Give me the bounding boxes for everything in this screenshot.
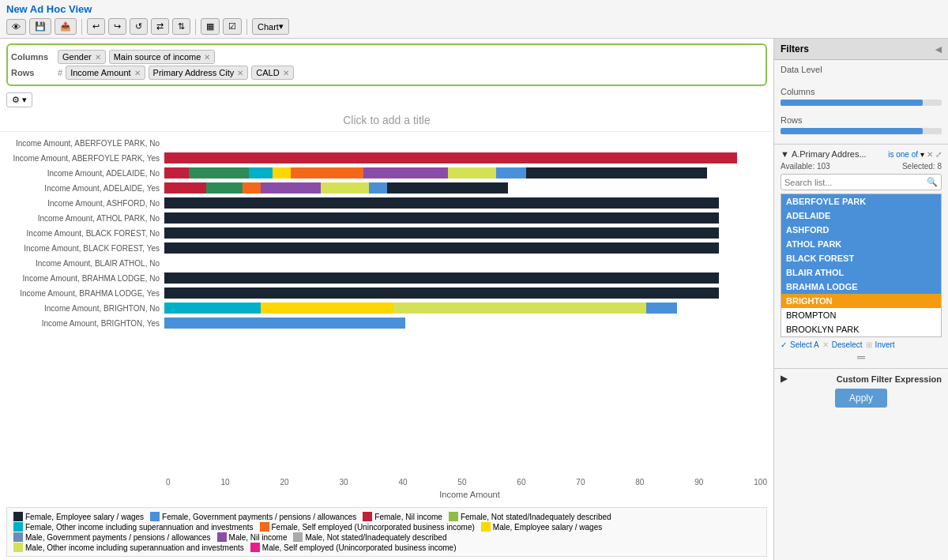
income-amount-tag-label: Income Amount xyxy=(70,68,130,77)
chart-inner: Income Amount, ABERFOYLE PARK, NoIncome … xyxy=(0,135,773,476)
legend-label: Female, Other income including superannu… xyxy=(25,523,254,532)
filter-list-item[interactable]: BRIGHTON xyxy=(781,294,941,308)
cald-remove-icon[interactable]: ✕ xyxy=(283,69,289,77)
bar-row: Income Amount, BLACK FOREST, No xyxy=(6,226,767,240)
custom-filter-header[interactable]: ▶ Custom Filter Expression xyxy=(781,374,942,384)
bar-row-bar xyxy=(164,288,767,299)
grid-button[interactable]: ▦ xyxy=(201,18,220,35)
filter-list-item[interactable]: BLACK FOREST xyxy=(781,251,941,265)
data-level-section: Data Level xyxy=(774,60,948,82)
bar-segment xyxy=(646,303,676,314)
chart-title[interactable]: Click to add a title xyxy=(0,109,773,132)
legend-swatch xyxy=(217,532,227,542)
save-button[interactable]: 💾 xyxy=(29,18,51,35)
bar-row-label: Income Amount, ADELAIDE, No xyxy=(6,169,164,178)
gear-arrow: ▾ xyxy=(22,95,27,105)
legend-swatch xyxy=(449,512,458,521)
legend-swatch xyxy=(13,512,23,521)
bar-row-label: Income Amount, ABERFOYLE PARK, No xyxy=(6,139,164,148)
filter-search-input[interactable] xyxy=(781,175,924,190)
main-source-tag[interactable]: Main source of income ✕ xyxy=(109,50,216,64)
refresh-icon: ↺ xyxy=(135,21,142,32)
apply-button[interactable]: Apply xyxy=(835,389,887,408)
gender-remove-icon[interactable]: ✕ xyxy=(95,53,101,62)
legend-item: Male, Other income including superannuat… xyxy=(13,543,244,552)
legend-item: Female, Government payments / pensions /… xyxy=(150,512,356,521)
filter-list-item[interactable]: ADELAIDE xyxy=(781,209,941,223)
deselect-button[interactable]: Deselect xyxy=(832,340,863,349)
sort-button[interactable]: ⇅ xyxy=(172,18,190,35)
bar-row-bar xyxy=(164,272,767,284)
legend-item: Female, Employee salary / wages xyxy=(13,512,144,521)
filter-close-icon[interactable]: ✕ xyxy=(927,150,933,159)
select-all-button[interactable]: Select A xyxy=(790,340,819,349)
sync-button[interactable]: ⇄ xyxy=(151,18,169,35)
filters-header: Filters ◀ xyxy=(774,39,948,60)
cald-tag[interactable]: CALD ✕ xyxy=(251,66,293,80)
legend-swatch xyxy=(13,543,23,552)
legend-item: Male, Nil income xyxy=(217,532,288,542)
main-layout: Columns Gender ✕ Main source of income ✕… xyxy=(0,39,948,560)
bar-segment xyxy=(164,242,719,254)
filter-list-item[interactable]: BROOKLYN PARK xyxy=(781,322,941,336)
filter-condition-arrow[interactable]: ▾ xyxy=(920,150,924,159)
bar-segment xyxy=(164,167,189,179)
filter-list-item[interactable]: ABERFOYLE PARK xyxy=(781,194,941,209)
export-button[interactable]: 📤 xyxy=(55,18,77,35)
filters-panel: Filters ◀ Data Level Columns Rows xyxy=(774,39,948,560)
columns-label: Columns xyxy=(11,52,55,62)
chart-rows-area: Income Amount, ABERFOYLE PARK, NoIncome … xyxy=(0,135,773,476)
legend-label: Female, Self employed (Unincorporated bu… xyxy=(272,523,475,532)
eye-button[interactable]: 👁 xyxy=(6,19,26,35)
sort-icon: ⇅ xyxy=(178,21,185,32)
legend-item: Female, Self employed (Unincorporated bu… xyxy=(260,522,475,532)
undo-button[interactable]: ↩ xyxy=(87,18,105,35)
check-button[interactable]: ☑ xyxy=(223,18,242,35)
primary-address-tag[interactable]: Primary Address City ✕ xyxy=(149,66,249,80)
filter-item-name: A.Primary Addres... xyxy=(792,149,867,159)
refresh-button[interactable]: ↺ xyxy=(130,18,148,35)
filter-condition[interactable]: is one of xyxy=(888,150,918,159)
gear-button[interactable]: ⚙ ▾ xyxy=(6,92,32,107)
legend-row: Male, Other income including superannuat… xyxy=(13,543,760,552)
filter-list[interactable]: ABERFOYLE PARKADELAIDEASHFORDATHOL PARKB… xyxy=(781,194,942,337)
invert-button[interactable]: Invert xyxy=(875,340,895,349)
bar-row-label: Income Amount, BRIGHTON, No xyxy=(6,304,164,313)
gender-tag[interactable]: Gender ✕ xyxy=(58,50,106,64)
x-axis-tick: 10 xyxy=(220,478,229,487)
filter-list-item[interactable]: BRAHMA LODGE xyxy=(781,280,941,294)
bar-row-label: Income Amount, ABERFOYLE PARK, Yes xyxy=(6,154,164,163)
redo-button[interactable]: ↪ xyxy=(108,18,126,35)
legend-item: Male, Employee salary / wages xyxy=(481,522,602,532)
legend-label: Female, Not stated/Inadequately describe… xyxy=(461,513,611,521)
x-axis-tick: 80 xyxy=(635,478,644,487)
main-source-remove-icon[interactable]: ✕ xyxy=(204,53,210,62)
chart-type-dropdown[interactable]: Chart ▾ xyxy=(252,18,289,35)
filter-list-item[interactable]: BLAIR ATHOL xyxy=(781,265,941,280)
x-axis-label: Income Amount xyxy=(0,488,773,501)
undo-icon: ↩ xyxy=(92,21,100,32)
legend-label: Male, Other income including superannuat… xyxy=(25,543,244,552)
primary-address-remove-icon[interactable]: ✕ xyxy=(237,69,243,77)
legend-swatch xyxy=(293,532,303,542)
bar-segment xyxy=(321,182,369,194)
toolbar-separator-2 xyxy=(195,19,196,35)
eye-icon: 👁 xyxy=(12,22,21,32)
bar-segment xyxy=(243,182,261,194)
bar-segment xyxy=(393,303,646,314)
income-amount-tag[interactable]: Income Amount ✕ xyxy=(66,66,145,80)
filter-expand-icon[interactable]: ⤢ xyxy=(935,150,942,159)
chart-type-label: Chart xyxy=(258,22,279,32)
filter-list-item[interactable]: ATHOL PARK xyxy=(781,237,941,251)
search-icon: 🔍 xyxy=(924,175,941,190)
filter-search-box[interactable]: 🔍 xyxy=(781,174,942,190)
legend-item: Male, Not stated/Inadequately described xyxy=(293,532,446,542)
filters-collapse-icon[interactable]: ◀ xyxy=(935,45,942,54)
income-amount-remove-icon[interactable]: ✕ xyxy=(134,69,141,77)
legend-label: Female, Nil income xyxy=(374,513,442,521)
bar-segment xyxy=(164,227,719,239)
filter-list-item[interactable]: BROMPTON xyxy=(781,308,941,322)
bar-segment xyxy=(387,182,508,194)
filter-list-item[interactable]: ASHFORD xyxy=(781,223,941,237)
bar-row-bar xyxy=(164,137,767,148)
